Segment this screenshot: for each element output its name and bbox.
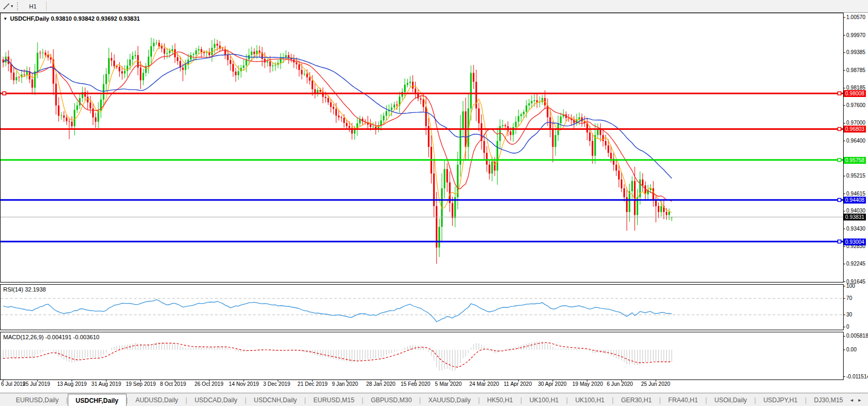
candle-body [235,72,237,75]
candle-body [383,116,384,120]
candle-body [132,56,133,60]
candle-body [230,60,231,64]
candle-body [177,57,178,61]
price-axis-label: 0.94615 [846,191,865,197]
candle-body [254,51,255,54]
candle-body [391,108,392,110]
candle-body [554,135,556,147]
candle-body [370,125,371,127]
candle-body [526,105,527,112]
hline-handle [838,127,841,130]
price-axis-label: 0.93430 [846,226,865,232]
candle-body [473,73,475,82]
candle-body [330,102,332,107]
candle-body [243,66,245,68]
candle-body [341,117,342,118]
candle-body [618,171,620,180]
candle-body [486,153,488,164]
candle-body [597,129,598,135]
mt4-chart-window: ▾ M1M5M15M30H1H4D1W1MN ▼USDCHF,Daily 0.9… [0,0,868,406]
price-axis-label: 0.92245 [846,261,865,267]
candle-body [629,191,630,212]
candle-body [222,49,223,49]
date-axis-label: 3 Dec 2019 [263,381,290,387]
price-level-badge: 0.94408 [844,197,866,204]
date-axis-label: 9 Jan 2020 [332,381,359,387]
rsi-panel[interactable] [1,285,844,330]
candle-body [74,110,75,126]
candle-body [615,165,617,171]
candle-body [66,118,67,121]
candle-body [502,125,504,126]
collapse-icon[interactable]: ▼ [3,16,7,21]
macd-axis-label: 0.00 [846,347,856,352]
candle-body [121,72,123,74]
candle-body [92,109,94,118]
candle-body [409,82,411,83]
price-axis-label: 1.00570 [846,15,865,20]
candle-body [417,94,419,99]
candle-body [288,55,289,58]
candle-body [309,77,310,81]
date-axis-label: 19 Sep 2019 [126,381,156,387]
macd-indicator-label: MACD(12,26,9) -0.004191 -0.003610 [3,334,100,340]
candle-body [655,200,657,206]
candle-body [267,61,269,63]
rsi-axis-label: 100 [846,284,855,289]
candle-body [34,71,35,87]
candle-body [470,73,472,108]
candle-body [113,60,115,66]
hline-handle [3,92,6,95]
candle-body [55,84,57,105]
candle-body [103,84,104,100]
candle-body [412,82,414,89]
candle-body [541,98,543,102]
candle-body [338,116,339,117]
candle-body [642,180,643,186]
candle-body [47,55,49,57]
date-axis-label: 19 May 2020 [572,381,603,387]
rsi-axis-label: 0 [846,324,849,330]
candle-body [602,135,604,141]
candle-body [444,169,445,188]
chart-canvas[interactable] [0,0,868,406]
macd-panel[interactable] [1,332,844,380]
candle-body [578,117,580,119]
candle-body [269,61,271,66]
candle-body [182,68,184,70]
candle-body [343,118,345,122]
candle-body [404,85,406,92]
candle-body [505,125,506,126]
candle-body [407,83,408,85]
candle-body [631,181,633,191]
candle-body [484,141,485,153]
candle-body [325,97,326,98]
candle-body [193,55,194,55]
candle-body [372,127,374,127]
rsi-axis-label: 70 [846,296,852,301]
candle-body [169,51,171,53]
candle-body [129,59,131,66]
candle-body [547,105,548,117]
hline-handle [838,92,841,95]
candle-body [272,66,273,66]
candle-body [610,153,612,158]
date-axis-label: 14 Nov 2019 [229,381,259,387]
chart-title-text: USDCHF,Daily 0.93810 0.93842 0.93692 0.9… [10,15,140,22]
candle-body [206,52,208,53]
price-axis-label: 0.99970 [846,33,865,38]
candle-body [274,65,276,65]
candle-body [26,72,28,75]
candle-body [420,99,422,100]
candle-body [60,116,62,116]
candle-body [298,64,300,70]
date-axis-label: 28 Jan 2020 [366,381,396,387]
candle-body [127,66,128,71]
candle-body [68,121,70,122]
candle-body [531,101,533,103]
candle-body [605,141,606,145]
date-axis-label: 11 Apr 2020 [504,381,532,387]
date-axis-label: 21 Dec 2019 [298,381,328,387]
candle-body [586,123,588,133]
candle-body [150,46,152,57]
